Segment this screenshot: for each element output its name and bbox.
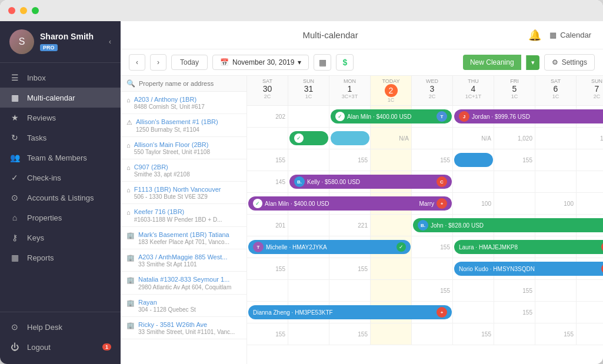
day-count: 2C <box>580 93 603 99</box>
calendar-small-icon: 📅 <box>220 58 229 66</box>
day-label: MON <box>333 78 367 84</box>
close-dot[interactable] <box>8 7 15 14</box>
sidebar-item-tasks[interactable]: ↻ Tasks <box>0 128 121 148</box>
grid-icon-button[interactable]: ▦ <box>314 54 331 71</box>
sidebar-item-reviews[interactable]: ★ Reviews <box>0 108 121 128</box>
date-picker-button[interactable]: 📅 November 30, 2019 ▾ <box>212 55 309 70</box>
property-list-item[interactable]: 🏢 Rayan 304 - 1128 Quebec St <box>121 295 246 317</box>
notification-bell-icon[interactable]: 🔔 <box>528 29 541 42</box>
event-bar[interactable]: ✓Alan Miln · $400.00 USDT <box>331 109 452 123</box>
new-cleaning-button[interactable]: New Cleaning <box>463 55 521 70</box>
new-cleaning-caret-button[interactable]: ▾ <box>526 55 539 70</box>
property-info: Keefer 716 (1BR) #1603-1188 W Pender 1BD… <box>134 208 241 222</box>
grid-cell: 155 <box>577 302 603 323</box>
dollar-button[interactable]: $ <box>336 54 354 71</box>
grid-cell: 155 <box>412 280 453 301</box>
property-list-item[interactable]: ⌂ Keefer 716 (1BR) #1603-1188 W Pender 1… <box>121 204 246 226</box>
property-list-item[interactable]: 🏢 A203 / AnthMaggie 885 West... 33 Smith… <box>121 249 246 272</box>
grid-cell: N/A <box>371 128 412 149</box>
day-header-cell: SAT 30 2C <box>247 76 288 105</box>
property-name: A203 / Anthony (1BR) <box>134 95 241 103</box>
sidebar-item-reports[interactable]: ▦ Reports <box>0 248 121 268</box>
event-bar[interactable]: ✓ <box>289 131 328 145</box>
day-count: 1C <box>498 93 531 99</box>
event-bar[interactable]: TMichelle · HMAY2JYKA✓ <box>248 240 411 254</box>
collapse-sidebar-button[interactable]: ‹ <box>109 38 111 46</box>
sidebar-item-multi-calendar[interactable]: ▦ Multi-calendar <box>0 88 121 108</box>
sidebar-item-helpdesk[interactable]: ⊙ Help Desk <box>0 317 121 337</box>
grid-cell: 155 <box>412 236 453 258</box>
event-bar[interactable] <box>331 131 369 145</box>
sidebar-item-checkins[interactable]: ✓ Check-ins <box>0 168 121 188</box>
event-bar[interactable]: ✓Alan Miln · $400.00 USDMarry+ <box>248 196 452 211</box>
check-icon: ✓ <box>294 133 304 143</box>
grid-cell <box>453 280 494 301</box>
grid-cell: N/A <box>453 128 494 149</box>
user-profile[interactable]: S Sharon Smith PRO ‹ <box>0 21 121 63</box>
grid-row: 202167✓Alan Miln · $400.00 USDTJJordan ·… <box>247 106 603 128</box>
property-type-icon: 🏢 <box>126 254 135 262</box>
grid-cell: 155 <box>247 149 288 171</box>
property-list-item[interactable]: ⌂ F1113 (1BR) North Vancouver 506 - 1330… <box>121 182 246 204</box>
cell-value: 1,020 <box>600 135 603 142</box>
property-list-item[interactable]: ⌂ Allison's Main Floor (2BR) 550 Taylor … <box>121 137 246 159</box>
property-list-item[interactable]: 🏢 Natalia #1302-833 Seymour 1... 2980 At… <box>121 272 246 294</box>
settings-button[interactable]: ⚙ Settings <box>544 54 595 71</box>
event-bar[interactable]: Laura · HMAJEJMKP8C <box>454 240 603 254</box>
sidebar-item-team[interactable]: 👥 Team & Members <box>0 148 121 168</box>
property-list-item[interactable]: ⌂ A203 / Anthony (1BR) 8488 Cornish St, … <box>121 92 246 114</box>
event-label: John · $828.00 USD <box>431 222 603 229</box>
grid-row: 100100✓Alan Miln · $400.00 USDMarry+ <box>247 193 603 215</box>
maximize-dot[interactable] <box>32 7 39 14</box>
grid-cell: 155 <box>577 149 603 171</box>
property-list-item[interactable]: ⌂ C907 (2BR) Smithe 33, apt #2108 <box>121 159 246 182</box>
event-label: Alan Miln · $400.00 USD <box>347 113 434 120</box>
event-label: Michelle · HMAY2JYKA <box>266 244 394 251</box>
minimize-dot[interactable] <box>20 7 27 14</box>
avatar-circle: T <box>253 242 264 252</box>
next-button[interactable]: › <box>150 54 166 71</box>
sidebar-item-keys[interactable]: ⚷ Keys <box>0 228 121 248</box>
property-name: F1113 (1BR) North Vancouver <box>134 185 241 193</box>
avatar-circle: B. <box>294 176 305 187</box>
property-list-item[interactable]: 🏢 Mark's Basement (1BR) Tatiana 183 Keef… <box>121 227 246 249</box>
prev-button[interactable]: ‹ <box>129 54 145 71</box>
grid-row: 145145145B.Kelly · $580.00 USDC <box>247 171 603 193</box>
cell-value: 100 <box>481 201 491 207</box>
sidebar-item-properties[interactable]: ⌂ Properties <box>0 208 121 228</box>
event-bar[interactable]: B.Kelly · $580.00 USDC <box>289 175 452 189</box>
cell-value: 1,020 <box>518 135 532 142</box>
property-type-icon: ⌂ <box>126 142 131 149</box>
property-list-item[interactable]: 🏢 Ricky - 3581 W26th Ave 33 Smithe Stree… <box>121 317 246 339</box>
check-circle-icon: ✓ <box>397 242 406 252</box>
grid-cell <box>412 258 453 279</box>
property-list-item[interactable]: ⚠ Allison's Basement #1 (1BR) 1250 Burna… <box>121 114 246 136</box>
event-bar[interactable]: Dianna Zheng · HM3PE53KTF+ <box>248 305 452 319</box>
day-label: SAT <box>539 78 572 84</box>
user-info: Sharon Smith PRO <box>40 32 103 52</box>
sidebar-item-accounts[interactable]: ⊙ Accounts & Listings <box>0 188 121 208</box>
grid-cell <box>577 323 603 345</box>
grid-cell <box>494 323 535 345</box>
search-input[interactable] <box>139 80 241 87</box>
grid-cell <box>494 193 535 214</box>
grid-cell: 221 <box>329 215 371 236</box>
event-bar[interactable]: JJordan · $999.76 USD <box>454 109 603 123</box>
sidebar-item-inbox[interactable]: ☰ Inbox <box>0 68 121 88</box>
date-label: November 30, 2019 <box>232 58 294 66</box>
event-bar[interactable] <box>454 153 493 167</box>
today-button[interactable]: Today <box>171 55 208 70</box>
sidebar-footer: ⊙ Help Desk ⏻ Logout 1 <box>0 312 121 364</box>
sidebar-item-label: Keys <box>27 233 44 242</box>
grid-cell: 145 <box>247 171 288 192</box>
calendar-label: Calendar <box>560 31 591 39</box>
event-bar[interactable]: Norio Kudo · HMSYN3SQDNC <box>454 262 603 276</box>
grid-cell <box>535 128 577 149</box>
calendar-view-button[interactable]: ▦ Calendar <box>549 31 591 39</box>
sidebar-item-label: Check-ins <box>27 173 61 182</box>
sidebar-item-logout[interactable]: ⏻ Logout 1 <box>0 337 121 357</box>
team-icon: 👥 <box>9 153 20 162</box>
day-label: TODAY <box>374 78 408 84</box>
event-bar[interactable]: B.John · $828.00 USD <box>413 218 603 232</box>
app-window: S Sharon Smith PRO ‹ ☰ Inbox ▦ Multi-cal… <box>0 0 603 364</box>
